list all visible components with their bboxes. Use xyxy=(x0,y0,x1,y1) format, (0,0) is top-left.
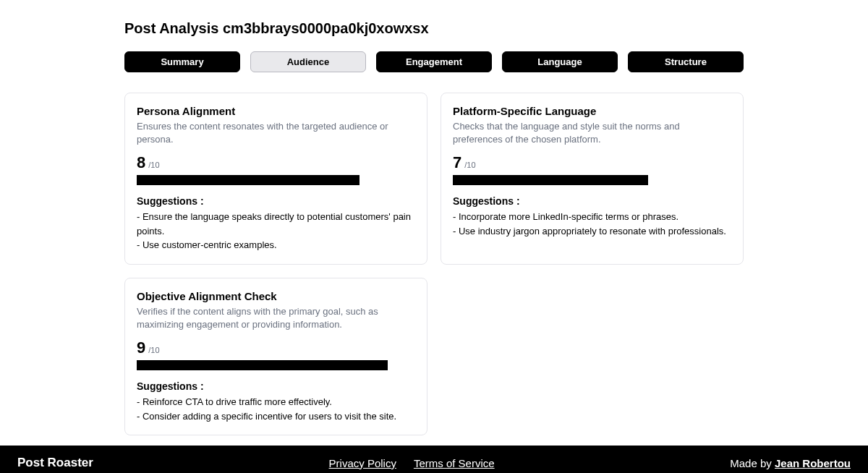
footer: Post Roaster Privacy Policy Terms of Ser… xyxy=(0,446,868,473)
card-description: Ensures the content resonates with the t… xyxy=(137,120,415,146)
card-objective-alignment: Objective Alignment Check Verifies if th… xyxy=(124,278,427,435)
score-denom: /10 xyxy=(464,161,475,169)
suggestion-item: - Incorporate more LinkedIn-specific ter… xyxy=(453,210,731,224)
suggestion-item: - Ensure the language speaks directly to… xyxy=(137,210,415,238)
card-persona-alignment: Persona Alignment Ensures the content re… xyxy=(124,93,427,265)
terms-of-service-link[interactable]: Terms of Service xyxy=(414,457,495,469)
score-denom: /10 xyxy=(148,161,159,169)
card-platform-language: Platform-Specific Language Checks that t… xyxy=(441,93,744,265)
progress-fill xyxy=(453,175,648,185)
suggestion-item: - Use industry jargon appropriately to r… xyxy=(453,224,731,239)
card-description: Verifies if the content aligns with the … xyxy=(137,305,415,331)
tab-structure[interactable]: Structure xyxy=(628,51,744,72)
footer-brand[interactable]: Post Roaster xyxy=(17,456,93,470)
card-title: Persona Alignment xyxy=(137,105,415,117)
score-line: 7 /10 xyxy=(453,153,731,172)
footer-center-links: Privacy Policy Terms of Service xyxy=(329,457,495,469)
progress-bar xyxy=(137,360,415,370)
suggestion-item: - Consider adding a specific incentive f… xyxy=(137,409,415,424)
card-title: Objective Alignment Check xyxy=(137,290,415,302)
privacy-policy-link[interactable]: Privacy Policy xyxy=(329,457,396,469)
tab-language[interactable]: Language xyxy=(502,51,618,72)
tab-audience[interactable]: Audience xyxy=(250,51,366,72)
author-link[interactable]: Jean Robertou xyxy=(775,457,851,469)
suggestions-label: Suggestions : xyxy=(137,380,415,392)
page-title: Post Analysis cm3bbrays0000pa0kj0xowxsx xyxy=(124,20,744,37)
card-title: Platform-Specific Language xyxy=(453,105,731,117)
progress-bar xyxy=(137,175,415,185)
score-denom: /10 xyxy=(148,346,159,354)
tabs-row: Summary Audience Engagement Language Str… xyxy=(124,51,744,72)
progress-bar xyxy=(453,175,731,185)
score-line: 8 /10 xyxy=(137,153,415,172)
tab-summary[interactable]: Summary xyxy=(124,51,240,72)
suggestions-label: Suggestions : xyxy=(137,195,415,207)
suggestion-item: - Reinforce CTA to drive traffic more ef… xyxy=(137,395,415,409)
made-by-text: Made by xyxy=(730,457,775,469)
score-value: 9 xyxy=(137,338,145,357)
suggestions-label: Suggestions : xyxy=(453,195,731,207)
score-value: 8 xyxy=(137,153,145,172)
score-value: 7 xyxy=(453,153,461,172)
suggestion-item: - Use customer-centric examples. xyxy=(137,238,415,252)
progress-fill xyxy=(137,175,359,185)
tab-engagement[interactable]: Engagement xyxy=(376,51,492,72)
card-description: Checks that the language and style suit … xyxy=(453,120,731,146)
footer-credit: Made by Jean Robertou xyxy=(730,457,851,469)
cards-grid: Persona Alignment Ensures the content re… xyxy=(124,93,744,435)
progress-fill xyxy=(137,360,388,370)
score-line: 9 /10 xyxy=(137,338,415,357)
